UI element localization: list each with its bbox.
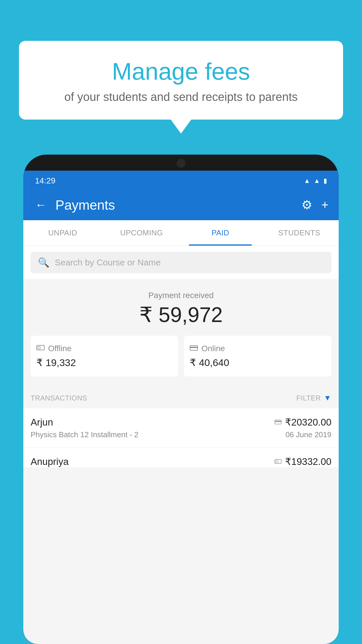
tab-paid[interactable]: PAID (181, 220, 260, 246)
tabs-container: UNPAID UPCOMING PAID STUDENTS (23, 220, 339, 246)
svg-rect-5 (275, 421, 281, 422)
filter-label: FILTER (296, 394, 321, 402)
status-time: 14:29 (35, 176, 55, 186)
add-button[interactable]: + (321, 198, 328, 212)
svg-rect-7 (276, 460, 278, 463)
tab-students[interactable]: STUDENTS (260, 220, 339, 246)
online-label: Online (201, 344, 225, 353)
transaction-row-top: Arjun ₹20320.00 (31, 416, 331, 428)
phone-frame: 14:29 ▲ ▲ ▮ ← Payments ⚙ + UNPAID (23, 155, 339, 644)
transaction-amount-arjun: ₹20320.00 (285, 416, 331, 428)
transaction-course-arjun: Physics Batch 12 Installment - 2 (31, 430, 138, 439)
search-icon: 🔍 (38, 257, 50, 268)
cash-pay-icon (275, 457, 282, 466)
transaction-item-anupriya[interactable]: Anupriya ₹19332.00 (23, 448, 339, 467)
wifi-icon: ▲ (304, 177, 310, 185)
offline-label: Offline (48, 344, 71, 353)
transaction-name-anupriya: Anupriya (31, 456, 68, 467)
filter-button[interactable]: FILTER ▼ (296, 393, 331, 402)
speech-bubble-container: Manage fees of your students and send re… (19, 41, 343, 120)
transaction-amount-row-anupriya: ₹19332.00 (275, 456, 331, 467)
svg-rect-1 (38, 346, 40, 349)
filter-icon: ▼ (324, 393, 331, 402)
transaction-item-arjun[interactable]: Arjun ₹20320.00 Physics (23, 408, 339, 448)
phone-notch (152, 155, 210, 171)
card-icon (190, 344, 198, 353)
app-bar: ← Payments ⚙ + (23, 190, 339, 220)
offline-card-header: Offline (36, 344, 71, 353)
payment-summary: Payment received ₹ 59,972 (23, 279, 339, 385)
payment-cards: Offline ₹ 19,332 (31, 336, 331, 377)
signal-icon: ▲ (314, 177, 320, 185)
phone-inner: 14:29 ▲ ▲ ▮ ← Payments ⚙ + UNPAID (23, 171, 339, 644)
bubble-title: Manage fees (34, 58, 328, 85)
svg-rect-3 (190, 347, 198, 348)
settings-icon[interactable]: ⚙ (301, 198, 312, 212)
online-card: Online ₹ 40,640 (184, 336, 331, 377)
transactions-header: TRANSACTIONS FILTER ▼ (23, 385, 339, 408)
back-button[interactable]: ← (34, 197, 48, 213)
bubble-subtitle: of your students and send receipts to pa… (34, 90, 328, 104)
transaction-date-arjun: 06 June 2019 (285, 430, 331, 439)
transaction-amount-row: ₹20320.00 (275, 416, 331, 428)
payment-total-amount: ₹ 59,972 (31, 302, 331, 327)
battery-icon: ▮ (324, 177, 327, 185)
tab-unpaid[interactable]: UNPAID (23, 220, 102, 246)
search-container: 🔍 Search by Course or Name (23, 246, 339, 279)
app-content: 🔍 Search by Course or Name Payment recei… (23, 246, 339, 644)
online-card-header: Online (190, 344, 225, 353)
tab-upcoming[interactable]: UPCOMING (102, 220, 181, 246)
transaction-amount-anupriya: ₹19332.00 (285, 456, 331, 467)
payment-received-label: Payment received (31, 291, 331, 300)
online-amount: ₹ 40,640 (190, 357, 229, 368)
transactions-label: TRANSACTIONS (31, 394, 87, 402)
search-bar[interactable]: 🔍 Search by Course or Name (31, 252, 331, 273)
app-title: Payments (55, 197, 294, 213)
cash-icon (36, 344, 45, 353)
transaction-row-anupriya-top: Anupriya ₹19332.00 (31, 456, 331, 467)
offline-card: Offline ₹ 19,332 (31, 336, 178, 377)
card-pay-icon (275, 418, 282, 427)
offline-amount: ₹ 19,332 (36, 357, 76, 368)
svg-rect-4 (275, 420, 281, 424)
app-bar-actions: ⚙ + (301, 198, 328, 212)
transaction-row-bottom: Physics Batch 12 Installment - 2 06 June… (31, 430, 331, 439)
transaction-name-arjun: Arjun (31, 417, 53, 428)
status-bar: 14:29 ▲ ▲ ▮ (23, 171, 339, 190)
background: Manage fees of your students and send re… (0, 0, 362, 644)
speech-bubble: Manage fees of your students and send re… (19, 41, 343, 120)
search-placeholder: Search by Course or Name (55, 258, 161, 267)
status-icons: ▲ ▲ ▮ (304, 177, 327, 185)
